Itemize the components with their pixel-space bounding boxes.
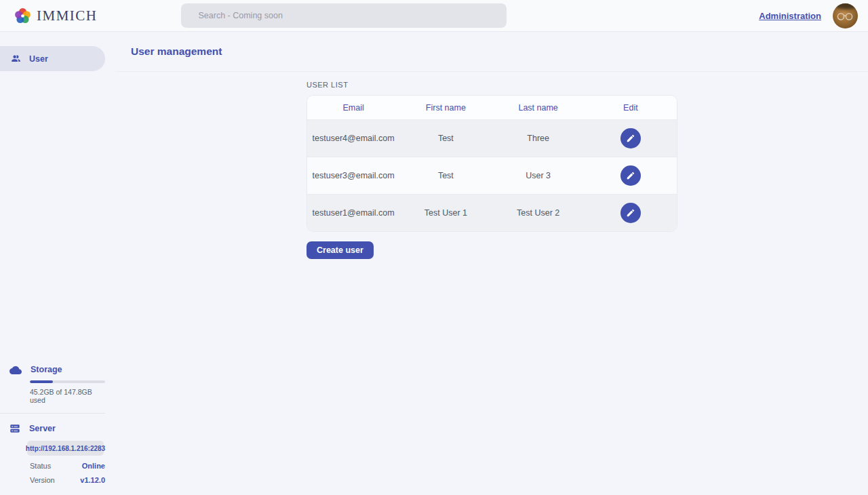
- edit-user-button[interactable]: [620, 165, 641, 186]
- page-title: User management: [131, 45, 222, 58]
- server-title: Server: [29, 424, 56, 433]
- server-url-badge: http://192.168.1.216:2283: [27, 441, 104, 456]
- column-header-last-name: Last name: [492, 103, 585, 113]
- sidebar-status-panel: Storage 45.2GB of 147.8GB used Server: [0, 365, 116, 495]
- table-row: testuser3@email.com Test User 3: [307, 157, 677, 194]
- column-header-edit: Edit: [585, 103, 677, 113]
- server-section-header: Server: [9, 423, 105, 434]
- sidebar-divider: [0, 413, 105, 414]
- table-header-row: Email First name Last name Edit: [307, 96, 677, 119]
- cell-email: testuser4@email.com: [307, 134, 399, 143]
- search-bar: [181, 3, 507, 28]
- server-status-row: Status Online: [30, 462, 105, 470]
- main-content: User management USER LIST Email First na…: [116, 32, 868, 495]
- user-list-section: USER LIST Email First name Last name Edi…: [307, 81, 677, 259]
- server-status-value: Online: [82, 462, 105, 470]
- brand-name: IMMICH: [37, 7, 98, 24]
- cell-email: testuser1@email.com: [307, 208, 399, 218]
- section-label: USER LIST: [307, 81, 677, 89]
- topbar-actions: Administration: [759, 3, 858, 28]
- cell-first-name: Test: [399, 171, 492, 180]
- pencil-icon: [626, 208, 635, 218]
- cell-last-name: Test User 2: [492, 208, 585, 218]
- cell-last-name: Three: [492, 134, 585, 143]
- create-user-button[interactable]: Create user: [307, 241, 374, 259]
- server-version-label: Version: [30, 476, 55, 484]
- table-row: testuser1@email.com Test User 1 Test Use…: [307, 194, 677, 231]
- sidebar-item-user[interactable]: User: [0, 46, 105, 71]
- column-header-email: Email: [307, 103, 399, 113]
- top-navigation-bar: IMMICH Administration: [0, 0, 868, 32]
- user-table: Email First name Last name Edit testuser…: [307, 95, 677, 232]
- storage-usage-text: 45.2GB of 147.8GB used: [30, 388, 105, 404]
- immich-flower-icon: [14, 7, 32, 25]
- table-row: testuser4@email.com Test Three: [307, 119, 677, 157]
- cell-first-name: Test: [399, 134, 492, 143]
- cloud-icon: [9, 365, 22, 374]
- page-header: User management: [116, 32, 868, 72]
- search-input[interactable]: [181, 3, 507, 28]
- pencil-icon: [626, 171, 635, 180]
- edit-user-button[interactable]: [620, 128, 641, 148]
- administration-link[interactable]: Administration: [759, 11, 821, 21]
- server-icon: [9, 423, 20, 434]
- brand-home-link[interactable]: IMMICH: [14, 7, 98, 25]
- storage-title: Storage: [31, 365, 62, 374]
- cell-email: testuser3@email.com: [307, 171, 399, 180]
- edit-user-button[interactable]: [620, 203, 641, 223]
- pencil-icon: [626, 134, 635, 143]
- cell-last-name: User 3: [492, 171, 585, 180]
- storage-section-header: Storage: [9, 365, 105, 374]
- users-icon: [10, 54, 22, 64]
- sidebar-item-label: User: [29, 54, 48, 64]
- server-version-row: Version v1.12.0: [30, 476, 105, 484]
- user-avatar[interactable]: [833, 3, 858, 28]
- cell-first-name: Test User 1: [399, 208, 492, 218]
- storage-progress-fill: [30, 380, 53, 383]
- storage-progress-bar: [30, 380, 105, 383]
- sidebar-nav: User: [0, 32, 116, 71]
- column-header-first-name: First name: [399, 103, 492, 113]
- sidebar: User Storage 45.2GB of 147.8GB used: [0, 32, 116, 495]
- server-status-label: Status: [30, 462, 51, 470]
- server-version-value: v1.12.0: [80, 476, 105, 484]
- glasses-icon: [836, 12, 854, 21]
